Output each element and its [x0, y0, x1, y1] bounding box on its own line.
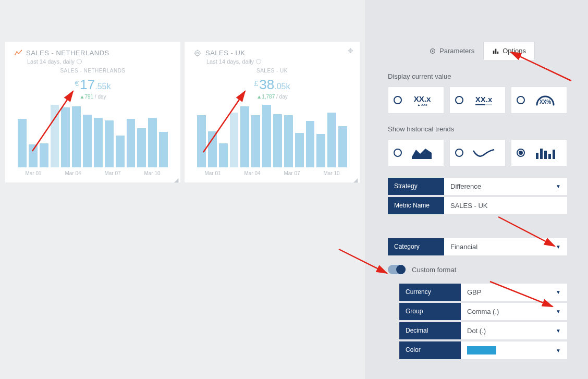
bar [137, 128, 146, 167]
main-canvas: SALES - NETHERLANDS Last 14 days, daily … [0, 0, 365, 379]
svg-rect-17 [540, 149, 543, 159]
tab-parameters[interactable]: Parameters [420, 42, 483, 60]
bar [284, 115, 293, 167]
bar [116, 136, 125, 167]
trend-option-bars[interactable] [511, 139, 567, 166]
options-sidebar: Parameters Options Display current value… [365, 0, 588, 379]
chevron-down-icon: ▼ [556, 244, 561, 250]
resize-handle-icon[interactable]: ◢ [353, 178, 358, 181]
radio-icon [517, 149, 525, 157]
widget-subtitle: Last 14 days, daily [27, 58, 75, 65]
group-select[interactable]: Comma (,) ▼ [461, 303, 567, 320]
bar [61, 107, 70, 167]
widget-delta: ▲1,787 / day [194, 94, 350, 100]
bar-chart [194, 105, 350, 167]
value-plain-icon: XX.x▲ XXx [406, 94, 438, 106]
decimal-label: Decimal [399, 322, 461, 339]
widget-value: €17.55k [15, 77, 171, 93]
bar [18, 119, 27, 167]
category-label: Category [388, 238, 444, 255]
value-bar-icon: XX.x [468, 95, 500, 105]
color-swatch [467, 346, 496, 354]
svg-rect-18 [544, 151, 547, 159]
radio-icon [455, 96, 463, 104]
bar [105, 120, 114, 167]
bar [230, 113, 239, 167]
mini-title: SALES - UK [194, 68, 350, 74]
drag-handle-icon[interactable]: ✥ [348, 47, 353, 55]
chevron-down-icon: ▼ [556, 184, 561, 189]
svg-rect-14 [497, 51, 499, 53]
axis-label: Mar 01 [194, 170, 231, 176]
color-label: Color [399, 341, 461, 359]
bar [219, 143, 228, 167]
bar [251, 115, 260, 167]
widget-title: SALES - NETHERLANDS [26, 49, 109, 57]
decimal-select[interactable]: Dot (.) ▼ [461, 322, 567, 339]
bar-chart [15, 105, 171, 167]
gauge-icon: XX% [529, 91, 561, 109]
bar [262, 105, 271, 167]
metric-label: Metric Name [388, 197, 444, 214]
bar [327, 113, 336, 167]
bars-icon [492, 47, 499, 55]
radio-icon [394, 149, 402, 157]
bar [306, 121, 315, 167]
bar [295, 133, 304, 167]
zigzag-icon [15, 50, 22, 57]
trend-option-area[interactable] [388, 139, 444, 166]
bar [159, 132, 168, 167]
radio-icon [517, 96, 525, 104]
display-option-gauge[interactable]: XX% [511, 87, 567, 114]
axis-label: Mar 04 [234, 170, 271, 176]
bar [83, 115, 92, 167]
widget-card-netherlands[interactable]: SALES - NETHERLANDS Last 14 days, daily … [5, 42, 180, 182]
strategy-label: Strategy [388, 178, 444, 195]
axis-label: Mar 01 [15, 170, 52, 176]
trend-option-line[interactable] [449, 139, 506, 166]
svg-rect-12 [493, 51, 495, 54]
show-trends-label: Show historical trends [388, 125, 567, 133]
widget-card-uk[interactable]: ✥ SALES - UK Last 14 days, daily SALES -… [185, 42, 360, 182]
metric-input[interactable]: SALES - UK [444, 197, 567, 214]
bar [72, 106, 81, 167]
svg-point-5 [197, 52, 199, 54]
widget-title: SALES - UK [205, 49, 246, 57]
svg-point-1 [16, 51, 17, 52]
bar-chart-icon [529, 145, 561, 160]
chevron-down-icon: ▼ [556, 348, 561, 353]
color-select[interactable]: ▼ [461, 341, 567, 359]
display-option-plain[interactable]: XX.x▲ XXx [388, 87, 444, 114]
bar [273, 114, 282, 167]
resize-handle-icon[interactable]: ◢ [174, 178, 178, 181]
currency-label: Currency [399, 284, 461, 301]
area-chart-icon [406, 145, 438, 160]
svg-rect-13 [495, 48, 497, 54]
chart-axis: Mar 01Mar 04Mar 07Mar 10 [194, 170, 350, 176]
widget-delta: ▲791 / day [15, 94, 171, 100]
svg-rect-19 [548, 154, 551, 159]
display-option-underline[interactable]: XX.x [449, 87, 506, 114]
bar [197, 115, 206, 167]
bar [316, 134, 325, 167]
currency-select[interactable]: GBP ▼ [461, 284, 567, 301]
bar [127, 119, 136, 167]
axis-label: Mar 07 [273, 170, 311, 176]
bar [240, 106, 249, 167]
strategy-select[interactable]: Difference ▼ [444, 178, 567, 195]
custom-format-label: Custom format [412, 266, 456, 274]
tab-options[interactable]: Options [483, 42, 535, 60]
mini-title: SALES - NETHERLANDS [15, 68, 171, 74]
bar [148, 118, 157, 167]
bar [208, 131, 217, 167]
svg-point-2 [18, 53, 19, 54]
bar [29, 144, 38, 167]
globe-icon [256, 59, 261, 64]
axis-label: Mar 04 [54, 170, 92, 176]
bar [51, 105, 59, 167]
axis-label: Mar 10 [133, 170, 171, 176]
svg-point-4 [195, 51, 200, 56]
chevron-down-icon: ▼ [556, 328, 561, 334]
category-select[interactable]: Financial ▼ [444, 238, 567, 255]
custom-format-toggle[interactable] [388, 265, 406, 274]
